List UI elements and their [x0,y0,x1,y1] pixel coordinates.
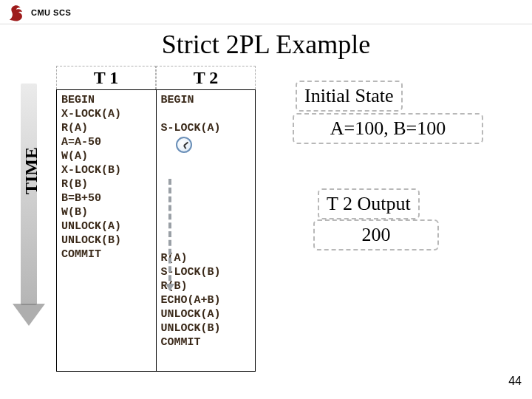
t2-output-value: 200 [313,219,439,250]
t2-op: ECHO(A+B) [161,293,251,307]
initial-state-value: A=100, B=100 [293,113,483,144]
t2-op: R(B) [161,279,251,293]
time-arrow-icon: TIME [10,83,47,327]
t2-column: BEGIN S-LOCK(A) R(A) S-LOCK(B) R(B) ECHO… [156,90,256,371]
t2-op: UNLOCK(B) [161,321,251,335]
initial-state-label: Initial State [296,81,403,112]
t1-op: COMMIT [61,248,151,262]
time-axis-label: TIME [21,147,41,194]
t2-op: S-LOCK(A) [161,121,251,135]
school-label: CMU SCS [31,8,71,17]
t2-op: R(A) [161,251,251,265]
t1-op: W(B) [61,205,151,219]
t2-op: BEGIN [161,93,251,107]
t1-op: UNLOCK(B) [61,233,151,248]
page-number: 44 [508,375,522,388]
t1-header: T 1 [56,66,156,89]
schedule-table: T 1 T 2 BEGIN X-LOCK(A) R(A) A=A-50 W(A)… [56,66,256,372]
t2-op: COMMIT [161,335,251,349]
t1-op: X-LOCK(B) [61,163,151,177]
t1-op: R(A) [61,121,151,135]
t1-op: W(A) [61,149,151,163]
t1-op: BEGIN [61,93,151,107]
t2-output-label: T 2 Output [318,188,420,219]
clock-wait-icon [176,137,192,153]
t2-op: S-LOCK(B) [161,265,251,279]
t1-op: X-LOCK(A) [61,107,151,121]
wait-arrow-icon [168,179,171,290]
t1-op: B=B+50 [61,191,151,205]
t2-header: T 2 [156,66,256,89]
slide-body: TIME T 1 T 2 BEGIN X-LOCK(A) R(A) A=A-50… [0,63,532,392]
slide-title: Strict 2PL Example [0,29,532,60]
griffin-logo-icon [6,3,25,22]
t1-column: BEGIN X-LOCK(A) R(A) A=A-50 W(A) X-LOCK(… [57,90,156,371]
t1-op: A=A-50 [61,135,151,149]
t2-op: UNLOCK(A) [161,307,251,321]
slide-header: CMU SCS [0,0,532,24]
t1-op: UNLOCK(A) [61,219,151,233]
t1-op: R(B) [61,177,151,191]
